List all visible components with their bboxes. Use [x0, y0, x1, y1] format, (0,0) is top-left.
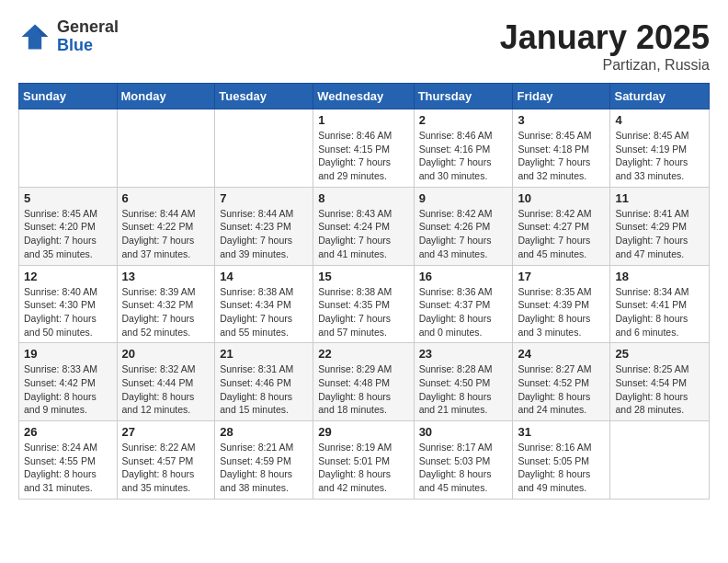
day-number: 18	[615, 270, 704, 283]
day-number: 8	[318, 191, 408, 205]
calendar-cell: 22Sunrise: 8:29 AM Sunset: 4:48 PM Dayli…	[313, 343, 414, 421]
day-number: 21	[220, 347, 308, 361]
day-info: Sunrise: 8:44 AM Sunset: 4:23 PM Dayligh…	[220, 207, 308, 261]
day-number: 24	[518, 347, 605, 361]
calendar-week-row: 5Sunrise: 8:45 AM Sunset: 4:20 PM Daylig…	[19, 187, 710, 265]
calendar-cell: 1Sunrise: 8:46 AM Sunset: 4:15 PM Daylig…	[313, 109, 414, 188]
calendar-cell: 10Sunrise: 8:42 AM Sunset: 4:27 PM Dayli…	[513, 187, 610, 265]
day-info: Sunrise: 8:31 AM Sunset: 4:46 PM Dayligh…	[220, 362, 308, 417]
weekday-header-wednesday: Wednesday	[313, 84, 414, 109]
calendar-cell: 11Sunrise: 8:41 AM Sunset: 4:29 PM Dayli…	[610, 187, 710, 265]
calendar-cell: 5Sunrise: 8:45 AM Sunset: 4:20 PM Daylig…	[19, 187, 118, 265]
day-info: Sunrise: 8:32 AM Sunset: 4:44 PM Dayligh…	[122, 362, 210, 417]
calendar-cell	[215, 109, 313, 188]
day-number: 16	[419, 270, 508, 283]
day-info: Sunrise: 8:46 AM Sunset: 4:15 PM Dayligh…	[318, 129, 408, 183]
page-header: General Blue January 2025 Partizan, Russ…	[18, 18, 710, 74]
calendar-cell: 7Sunrise: 8:44 AM Sunset: 4:23 PM Daylig…	[215, 187, 313, 265]
day-info: Sunrise: 8:24 AM Sunset: 4:55 PM Dayligh…	[24, 441, 112, 495]
day-number: 2	[419, 113, 508, 127]
calendar-cell: 14Sunrise: 8:38 AM Sunset: 4:34 PM Dayli…	[215, 265, 313, 343]
day-info: Sunrise: 8:25 AM Sunset: 4:54 PM Dayligh…	[615, 362, 704, 417]
calendar-cell: 21Sunrise: 8:31 AM Sunset: 4:46 PM Dayli…	[215, 343, 313, 421]
calendar-cell: 28Sunrise: 8:21 AM Sunset: 4:59 PM Dayli…	[215, 421, 313, 500]
day-number: 6	[122, 191, 210, 205]
calendar-week-row: 19Sunrise: 8:33 AM Sunset: 4:42 PM Dayli…	[19, 343, 710, 421]
day-number: 15	[318, 270, 408, 283]
day-number: 9	[419, 191, 508, 205]
weekday-header-thursday: Thursday	[414, 84, 513, 109]
location-title: Partizan, Russia	[500, 57, 710, 74]
calendar-cell: 2Sunrise: 8:46 AM Sunset: 4:16 PM Daylig…	[414, 109, 513, 188]
day-number: 23	[419, 347, 508, 361]
day-info: Sunrise: 8:35 AM Sunset: 4:39 PM Dayligh…	[518, 285, 605, 339]
calendar-cell: 26Sunrise: 8:24 AM Sunset: 4:55 PM Dayli…	[19, 421, 118, 500]
day-number: 31	[518, 425, 605, 439]
day-info: Sunrise: 8:41 AM Sunset: 4:29 PM Dayligh…	[615, 207, 704, 261]
day-info: Sunrise: 8:45 AM Sunset: 4:18 PM Dayligh…	[518, 129, 605, 183]
calendar-week-row: 26Sunrise: 8:24 AM Sunset: 4:55 PM Dayli…	[19, 421, 710, 500]
day-number: 20	[122, 347, 210, 361]
day-info: Sunrise: 8:44 AM Sunset: 4:22 PM Dayligh…	[122, 207, 210, 261]
title-area: January 2025 Partizan, Russia	[500, 18, 710, 74]
day-number: 27	[122, 425, 210, 439]
day-number: 28	[220, 425, 308, 439]
day-number: 14	[220, 270, 308, 283]
weekday-header-row: SundayMondayTuesdayWednesdayThursdayFrid…	[19, 84, 710, 109]
calendar-cell	[19, 109, 118, 188]
day-number: 29	[318, 425, 408, 439]
calendar-cell: 17Sunrise: 8:35 AM Sunset: 4:39 PM Dayli…	[513, 265, 610, 343]
calendar-cell: 8Sunrise: 8:43 AM Sunset: 4:24 PM Daylig…	[313, 187, 414, 265]
day-number: 25	[615, 347, 704, 361]
logo-general-label: General	[57, 18, 119, 37]
day-info: Sunrise: 8:33 AM Sunset: 4:42 PM Dayligh…	[24, 362, 112, 417]
calendar-week-row: 12Sunrise: 8:40 AM Sunset: 4:30 PM Dayli…	[19, 265, 710, 343]
day-info: Sunrise: 8:40 AM Sunset: 4:30 PM Dayligh…	[24, 285, 112, 339]
day-info: Sunrise: 8:39 AM Sunset: 4:32 PM Dayligh…	[122, 285, 210, 339]
day-number: 13	[122, 270, 210, 283]
day-number: 17	[518, 270, 605, 283]
day-info: Sunrise: 8:46 AM Sunset: 4:16 PM Dayligh…	[419, 129, 508, 183]
calendar-cell: 31Sunrise: 8:16 AM Sunset: 5:05 PM Dayli…	[513, 421, 610, 500]
calendar-cell: 30Sunrise: 8:17 AM Sunset: 5:03 PM Dayli…	[414, 421, 513, 500]
day-info: Sunrise: 8:16 AM Sunset: 5:05 PM Dayligh…	[518, 441, 605, 495]
calendar-cell: 12Sunrise: 8:40 AM Sunset: 4:30 PM Dayli…	[19, 265, 118, 343]
weekday-header-friday: Friday	[513, 84, 610, 109]
day-info: Sunrise: 8:28 AM Sunset: 4:50 PM Dayligh…	[419, 362, 508, 417]
day-number: 7	[220, 191, 308, 205]
day-info: Sunrise: 8:42 AM Sunset: 4:27 PM Dayligh…	[518, 207, 605, 261]
logo-text: General Blue	[57, 18, 119, 55]
day-info: Sunrise: 8:22 AM Sunset: 4:57 PM Dayligh…	[122, 441, 210, 495]
weekday-header-sunday: Sunday	[19, 84, 118, 109]
day-info: Sunrise: 8:45 AM Sunset: 4:20 PM Dayligh…	[24, 207, 112, 261]
day-number: 12	[24, 270, 112, 283]
calendar-cell	[610, 421, 710, 500]
weekday-header-monday: Monday	[117, 84, 215, 109]
calendar-cell	[117, 109, 215, 188]
weekday-header-tuesday: Tuesday	[215, 84, 313, 109]
calendar-week-row: 1Sunrise: 8:46 AM Sunset: 4:15 PM Daylig…	[19, 109, 710, 188]
day-number: 4	[615, 113, 704, 127]
calendar-cell: 4Sunrise: 8:45 AM Sunset: 4:19 PM Daylig…	[610, 109, 710, 188]
day-number: 22	[318, 347, 408, 361]
calendar-cell: 23Sunrise: 8:28 AM Sunset: 4:50 PM Dayli…	[414, 343, 513, 421]
calendar-cell: 6Sunrise: 8:44 AM Sunset: 4:22 PM Daylig…	[117, 187, 215, 265]
weekday-header-saturday: Saturday	[610, 84, 710, 109]
logo-blue-label: Blue	[57, 37, 119, 55]
day-info: Sunrise: 8:36 AM Sunset: 4:37 PM Dayligh…	[419, 285, 508, 339]
calendar-cell: 18Sunrise: 8:34 AM Sunset: 4:41 PM Dayli…	[610, 265, 710, 343]
day-info: Sunrise: 8:43 AM Sunset: 4:24 PM Dayligh…	[318, 207, 408, 261]
day-number: 5	[24, 191, 112, 205]
day-info: Sunrise: 8:17 AM Sunset: 5:03 PM Dayligh…	[419, 441, 508, 495]
day-info: Sunrise: 8:45 AM Sunset: 4:19 PM Dayligh…	[615, 129, 704, 183]
day-info: Sunrise: 8:38 AM Sunset: 4:34 PM Dayligh…	[220, 285, 308, 339]
day-number: 19	[24, 347, 112, 361]
calendar-cell: 15Sunrise: 8:38 AM Sunset: 4:35 PM Dayli…	[313, 265, 414, 343]
logo-icon	[18, 20, 51, 53]
day-info: Sunrise: 8:38 AM Sunset: 4:35 PM Dayligh…	[318, 285, 408, 339]
day-info: Sunrise: 8:21 AM Sunset: 4:59 PM Dayligh…	[220, 441, 308, 495]
calendar-cell: 29Sunrise: 8:19 AM Sunset: 5:01 PM Dayli…	[313, 421, 414, 500]
day-number: 26	[24, 425, 112, 439]
day-number: 10	[518, 191, 605, 205]
logo: General Blue	[18, 18, 119, 55]
